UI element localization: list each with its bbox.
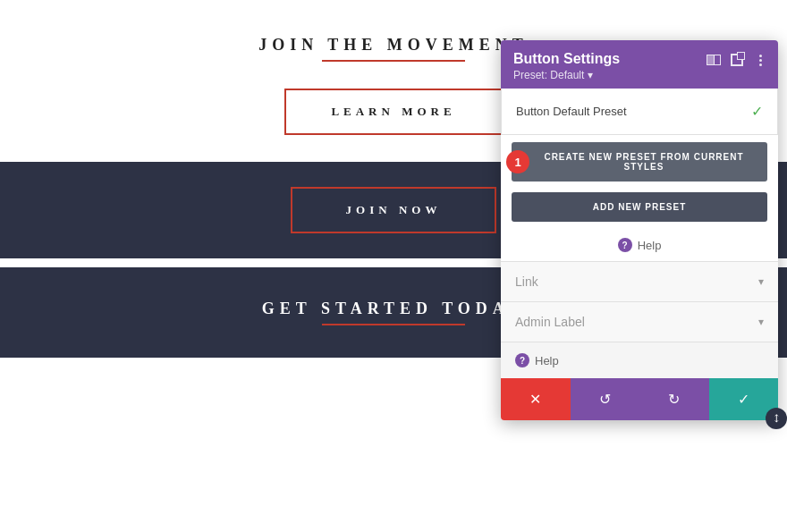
add-preset-button[interactable]: ADD NEW PRESET	[512, 192, 767, 222]
resize-icon: ⤡	[768, 410, 784, 426]
help-circle-icon: ?	[618, 238, 632, 252]
admin-label-accordion[interactable]: Admin Label ▾	[501, 301, 778, 342]
save-icon: ✓	[738, 391, 749, 408]
join-now-button[interactable]: JOIN NOW	[291, 187, 497, 233]
learn-more-button[interactable]: LEARN MORE	[284, 89, 502, 135]
create-preset-wrapper: 1 CREATE NEW PRESET FROM CURRENT STYLES	[501, 135, 778, 189]
help-row: ? Help	[501, 229, 778, 261]
preset-check-icon: ✓	[751, 103, 763, 120]
cancel-icon: ✕	[529, 391, 541, 408]
get-started-underline	[322, 324, 465, 325]
resize-handle[interactable]: ⤡	[766, 408, 787, 429]
panel-scroll-area: Button Default Preset ✓ 1 CREATE NEW PRE…	[501, 89, 778, 378]
cancel-button[interactable]: ✕	[501, 378, 571, 420]
undo-button[interactable]: ↺	[571, 378, 640, 420]
redo-icon: ↻	[668, 391, 680, 408]
redo-button[interactable]: ↻	[639, 378, 709, 420]
panel-footer: ✕ ↺ ↻ ✓	[501, 378, 778, 420]
title-underline	[322, 60, 465, 62]
panel-preset-label[interactable]: Preset: Default ▾	[513, 69, 766, 81]
undo-icon: ↺	[599, 391, 611, 408]
preset-item-label: Button Default Preset	[516, 105, 627, 118]
bottom-help-icon: ?	[515, 353, 529, 367]
add-preset-wrapper: ADD NEW PRESET	[501, 189, 778, 229]
two-boxes-icon[interactable]	[728, 51, 746, 69]
panel-header: Button Settings Preset: Default ▾	[501, 40, 778, 89]
split-view-icon[interactable]	[705, 51, 723, 69]
help-text: Help	[638, 239, 662, 252]
create-preset-button[interactable]: CREATE NEW PRESET FROM CURRENT STYLES	[512, 142, 767, 182]
link-accordion[interactable]: Link ▾	[501, 261, 778, 301]
badge-1: 1	[506, 150, 529, 173]
bottom-help-text: Help	[535, 354, 559, 367]
link-arrow-icon: ▾	[758, 275, 764, 289]
link-label: Link	[515, 274, 538, 289]
more-options-icon[interactable]	[751, 51, 769, 69]
bottom-help-row: ? Help	[501, 342, 778, 378]
admin-label-text: Admin Label	[515, 315, 585, 329]
panel-header-icons	[705, 51, 769, 69]
preset-dropdown: Button Default Preset ✓	[501, 89, 778, 135]
main-content: JOIN THE MOVEMENT LEARN MORE JOIN NOW GE…	[0, 0, 787, 532]
admin-label-arrow-icon: ▾	[758, 316, 764, 329]
settings-panel: Button Settings Preset: Default ▾	[501, 40, 778, 420]
preset-item-default[interactable]: Button Default Preset ✓	[502, 94, 777, 129]
